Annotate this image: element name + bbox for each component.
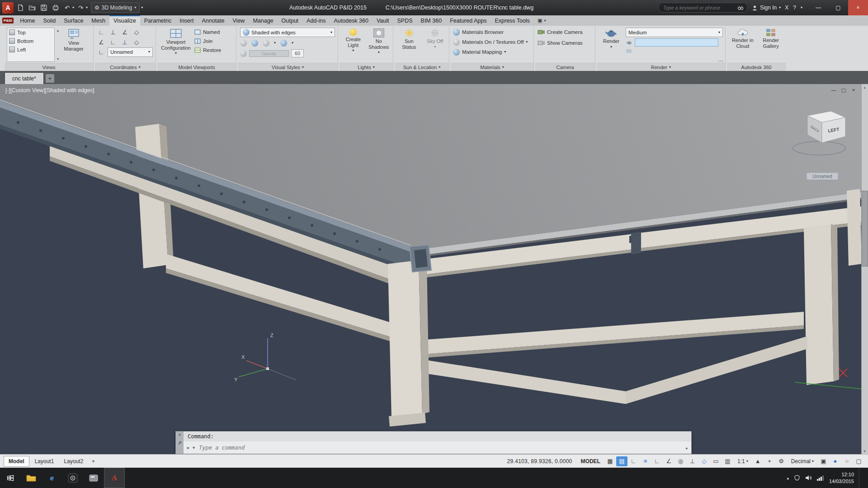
tab-output[interactable]: Output bbox=[278, 15, 303, 26]
named-viewports-button[interactable]: Named bbox=[194, 28, 221, 37]
render-in-cloud-button[interactable]: Render in Cloud bbox=[730, 28, 756, 62]
ucs-3point-icon[interactable]: ⊥ bbox=[121, 37, 129, 47]
application-menu-button[interactable]: A bbox=[2, 2, 14, 14]
undo-button[interactable]: ↶▾ bbox=[62, 3, 74, 13]
tab-addins[interactable]: Add-ins bbox=[302, 15, 330, 26]
media-app-button[interactable] bbox=[62, 468, 83, 488]
open-file-button[interactable] bbox=[27, 3, 37, 13]
create-light-button[interactable]: Create Light ▾ bbox=[342, 28, 364, 62]
create-camera-button[interactable]: Create Camera bbox=[538, 28, 593, 37]
tab-express-tools[interactable]: Express Tools bbox=[491, 15, 534, 26]
autocad-taskbar-button[interactable]: A bbox=[104, 468, 125, 488]
tab-vault[interactable]: Vault bbox=[373, 15, 393, 26]
hardware-acceleration-toggle[interactable]: ● bbox=[830, 456, 841, 466]
sun-status-button[interactable]: Sun Status bbox=[398, 28, 420, 62]
ucs-face-icon[interactable]: ∠ bbox=[121, 27, 129, 37]
tab-insert[interactable]: Insert bbox=[175, 15, 198, 26]
utility-app-button[interactable] bbox=[83, 468, 104, 488]
ortho-toggle[interactable]: ∟ bbox=[651, 456, 663, 466]
restore-window-button[interactable]: ▢ bbox=[828, 0, 848, 15]
lineweight-toggle[interactable]: ▭ bbox=[710, 456, 722, 466]
ribbon-display-options[interactable]: ▣ ▾ bbox=[538, 15, 546, 26]
tab-visualize[interactable]: Visualize bbox=[109, 15, 140, 26]
show-cameras-button[interactable]: Show Cameras bbox=[538, 38, 593, 47]
layout1-tab[interactable]: Layout1 bbox=[30, 456, 59, 466]
opacity-slider[interactable]: Opacity bbox=[249, 50, 289, 57]
visual-styles-panel-label[interactable]: Visual Styles ▾ bbox=[238, 63, 338, 71]
materials-browser-button[interactable]: Materials Browser bbox=[453, 28, 531, 37]
command-palette-grip[interactable]: × bbox=[176, 432, 184, 454]
snap-toggle[interactable]: ▤ bbox=[616, 456, 627, 466]
autodesk360-panel-label[interactable]: Autodesk 360 bbox=[727, 63, 786, 71]
camera-panel-label[interactable]: Camera bbox=[535, 63, 595, 71]
ucs-origin-icon[interactable]: ∠ bbox=[97, 37, 105, 47]
layout2-tab[interactable]: Layout2 bbox=[59, 456, 88, 466]
redo-button[interactable]: ↷▾ bbox=[75, 3, 88, 13]
vs-shadows-icon[interactable] bbox=[251, 40, 258, 47]
scroll-down-icon[interactable]: ▾ bbox=[57, 57, 59, 61]
materials-textures-button[interactable]: Materials On / Textures Off ▾ bbox=[453, 38, 531, 47]
vertical-scrollbar[interactable]: ▴ ▾ bbox=[861, 84, 868, 454]
isolate-objects-button[interactable]: ○ bbox=[841, 456, 853, 466]
tab-parametric[interactable]: Parametric bbox=[140, 15, 175, 26]
material-mapping-button[interactable]: Material Mapping ▾ bbox=[453, 47, 531, 56]
save-button[interactable] bbox=[38, 3, 49, 13]
lights-panel-label[interactable]: Lights ▾ bbox=[340, 63, 393, 71]
internet-explorer-button[interactable]: e bbox=[42, 468, 62, 488]
vs-textures-icon[interactable] bbox=[280, 40, 287, 47]
infer-constraints-toggle[interactable]: ∟ bbox=[628, 456, 639, 466]
scroll-up-icon[interactable]: ▴ bbox=[57, 28, 59, 33]
tab-solid[interactable]: Solid bbox=[39, 15, 60, 26]
autoscale-toggle[interactable]: + bbox=[764, 456, 775, 466]
sign-in-control[interactable]: Sign In ▾ bbox=[752, 5, 781, 11]
new-file-button[interactable] bbox=[15, 3, 25, 13]
scrollbar-up-icon[interactable]: ▴ bbox=[862, 84, 868, 90]
command-close-icon[interactable]: × bbox=[179, 433, 181, 437]
tab-featured-apps[interactable]: Featured Apps bbox=[446, 15, 491, 26]
tab-home[interactable]: Home bbox=[16, 15, 39, 26]
command-customize-icon[interactable] bbox=[178, 441, 182, 445]
no-shadows-button[interactable]: No Shadows ▾ bbox=[367, 28, 391, 62]
tab-surface[interactable]: Surface bbox=[60, 15, 87, 26]
join-viewports-button[interactable]: Join bbox=[194, 37, 221, 46]
render-output-size-box[interactable] bbox=[635, 38, 718, 47]
vs-lighting-icon[interactable] bbox=[263, 40, 269, 47]
tray-expand-icon[interactable]: ▴ bbox=[787, 476, 789, 480]
annotation-scale-button[interactable]: 1:1▾ bbox=[734, 456, 752, 466]
selection-cycling-toggle[interactable]: ▣ bbox=[818, 456, 829, 466]
ucs-object-icon[interactable]: ◇ bbox=[132, 27, 141, 37]
new-drawing-tab-button[interactable]: + bbox=[46, 74, 54, 83]
workspace-switching-button[interactable]: ⚙ bbox=[776, 456, 787, 466]
show-desktop-button[interactable] bbox=[859, 468, 863, 488]
osnap-toggle[interactable]: ◎ bbox=[675, 456, 686, 466]
command-input[interactable] bbox=[198, 444, 682, 451]
polar-tracking-toggle[interactable]: ∠ bbox=[663, 456, 675, 466]
views-list-item-left[interactable]: Left bbox=[7, 45, 54, 54]
materials-panel-label[interactable]: Materials ▾ bbox=[451, 63, 533, 71]
infocenter-search[interactable] bbox=[658, 3, 748, 13]
scrollbar-down-icon[interactable]: ▾ bbox=[862, 448, 868, 454]
views-list-item-bottom[interactable]: Bottom bbox=[7, 37, 54, 45]
visual-style-combo[interactable]: Shaded with edges ▾ bbox=[240, 28, 335, 37]
scrollbar-thumb[interactable] bbox=[862, 191, 868, 267]
annotation-visibility-toggle[interactable]: ▲ bbox=[752, 456, 764, 466]
transparency-toggle[interactable]: ▥ bbox=[722, 456, 733, 466]
sky-off-button[interactable]: Sky Off ▾ bbox=[425, 28, 445, 62]
viewport-controls-label[interactable]: [-][Custom View][Shaded with edges] bbox=[5, 87, 94, 94]
render-quality-combo[interactable]: Medium ▾ bbox=[626, 28, 723, 37]
tab-mesh[interactable]: Mesh bbox=[87, 15, 109, 26]
security-shield-icon[interactable] bbox=[794, 474, 800, 481]
ucs-name-combo[interactable]: Unnamed ▾ bbox=[108, 47, 153, 57]
tab-view[interactable]: View bbox=[229, 15, 249, 26]
model-tab[interactable]: Model bbox=[4, 456, 29, 467]
views-panel-label[interactable]: Views bbox=[5, 63, 93, 71]
command-recent-icon[interactable]: ▴ bbox=[685, 446, 688, 450]
coordinates-panel-label[interactable]: Coordinates ▾ bbox=[95, 63, 156, 71]
file-explorer-button[interactable] bbox=[21, 468, 42, 488]
file-tab-cnc-table[interactable]: cnc table* bbox=[5, 72, 44, 84]
ucs-previous-icon[interactable]: ⊥ bbox=[109, 27, 117, 37]
minimize-window-button[interactable]: — bbox=[808, 0, 828, 15]
units-button[interactable]: Decimal▾ bbox=[788, 456, 817, 466]
ucs-world-icon[interactable]: ∟ bbox=[97, 27, 105, 37]
network-icon[interactable] bbox=[817, 475, 824, 481]
